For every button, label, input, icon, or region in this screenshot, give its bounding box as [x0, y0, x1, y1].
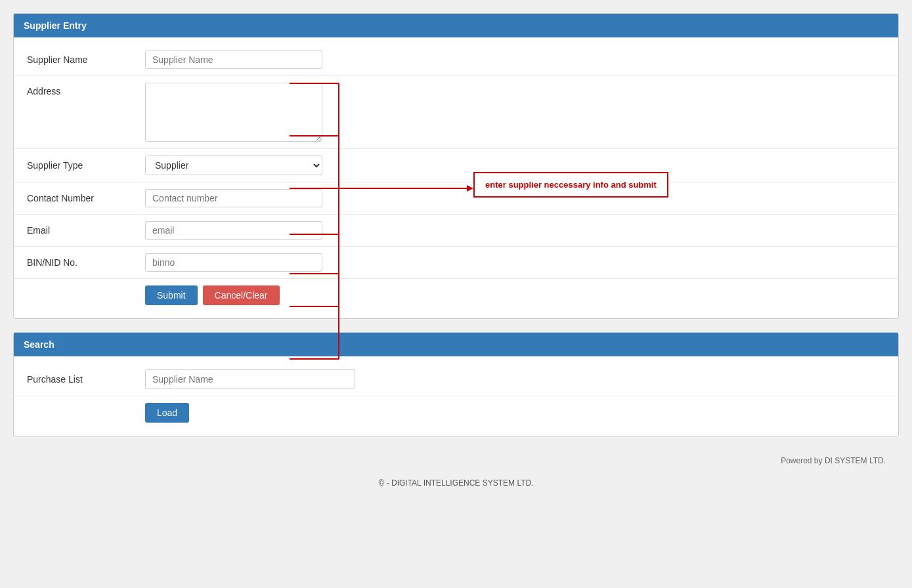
load-row: Load: [14, 396, 898, 429]
address-row: Address: [14, 76, 898, 149]
supplier-name-input[interactable]: [145, 51, 322, 69]
supplier-name-row: Supplier Name: [14, 44, 898, 76]
supplier-type-row: Supplier Type Supplier Vendor Distributo…: [14, 149, 898, 182]
copyright: © - DIGITAL INTELLIGENCE SYSTEM LTD.: [13, 472, 899, 501]
search-body: Purchase List Load: [14, 356, 898, 436]
submit-button[interactable]: Submit: [145, 285, 198, 305]
address-label: Address: [27, 83, 145, 96]
supplier-entry-panel: Supplier Entry: [13, 13, 899, 319]
buttons-row: Submit Cancel/Clear: [14, 279, 898, 312]
purchase-list-label: Purchase List: [27, 374, 145, 385]
copyright-text: © - DIGITAL INTELLIGENCE SYSTEM LTD.: [379, 478, 534, 488]
supplier-entry-title: Supplier Entry: [24, 20, 87, 31]
search-title: Search: [24, 339, 54, 350]
search-header: Search: [14, 333, 898, 356]
search-panel: Search Purchase List Load: [13, 332, 899, 436]
bin-nid-row: BIN/NID No.: [14, 247, 898, 279]
load-button[interactable]: Load: [145, 403, 189, 423]
email-row: Email: [14, 215, 898, 247]
supplier-name-label: Supplier Name: [27, 54, 145, 65]
supplier-type-label: Supplier Type: [27, 160, 145, 171]
address-input[interactable]: [145, 83, 322, 142]
email-input[interactable]: [145, 221, 322, 240]
purchase-list-input[interactable]: [145, 369, 355, 389]
powered-by: Powered by DI SYSTEM LTD.: [26, 456, 886, 465]
cancel-button[interactable]: Cancel/Clear: [203, 285, 280, 305]
supplier-type-select[interactable]: Supplier Vendor Distributor: [145, 156, 322, 175]
supplier-entry-body: enter supplier neccessary info and submi…: [14, 37, 898, 318]
purchase-list-row: Purchase List: [14, 363, 898, 396]
contact-number-input[interactable]: [145, 189, 322, 207]
bin-nid-input[interactable]: [145, 253, 322, 272]
supplier-entry-header: Supplier Entry: [14, 14, 898, 37]
footer: Powered by DI SYSTEM LTD.: [13, 450, 899, 472]
contact-number-label: Contact Number: [27, 193, 145, 203]
contact-number-row: Contact Number: [14, 182, 898, 215]
bin-nid-label: BIN/NID No.: [27, 257, 145, 268]
email-label: Email: [27, 225, 145, 236]
